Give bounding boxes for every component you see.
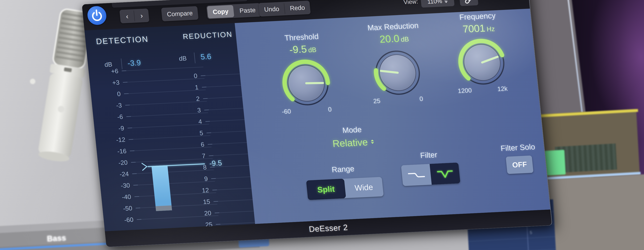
filter-solo-control: Filter Solo OFF xyxy=(490,142,548,175)
knob-value: -9.5dB xyxy=(272,42,333,56)
controls-panel: Threshold -9.5dB xyxy=(235,8,550,224)
mode-label: Mode xyxy=(324,124,380,136)
scale-tick-label: -40 xyxy=(108,193,132,202)
threshold-marker-value: -9.5 xyxy=(209,159,222,168)
frequency-knob: Frequency 7001Hz xyxy=(448,10,515,93)
undo-redo-group: Undo Redo xyxy=(258,0,311,16)
stepper-icon xyxy=(444,0,448,3)
range-control: Range SplitWide xyxy=(305,163,384,200)
scale-tick-label: -20 xyxy=(105,159,128,167)
scale-tick-line xyxy=(204,108,244,110)
knob[interactable] xyxy=(278,56,335,110)
scale-tick-line xyxy=(212,188,252,190)
scale-tick-label: -16 xyxy=(104,148,127,156)
range-option-split[interactable]: Split xyxy=(306,179,346,200)
max-reduction-knob: Max Reduction 20.0dB xyxy=(363,21,430,104)
shelf-filter-button[interactable] xyxy=(401,164,432,186)
range-option-wide[interactable]: Wide xyxy=(344,177,384,198)
scale-tick-label: -6 xyxy=(100,113,123,122)
knob-label: Threshold xyxy=(272,32,332,43)
compare-button[interactable]: Compare xyxy=(161,6,198,22)
scale-tick-label: -9 xyxy=(101,124,124,133)
scale-tick-label: -50 xyxy=(109,204,132,213)
view-zoom-selector[interactable]: 110% xyxy=(420,0,454,8)
mode-value: Relative xyxy=(332,136,368,149)
power-button[interactable] xyxy=(86,5,108,26)
scale-tick-line xyxy=(211,176,250,179)
scale-tick-line xyxy=(203,96,242,99)
knob-row: Threshold -9.5dB xyxy=(235,8,541,134)
peak-filter-button[interactable] xyxy=(430,162,460,185)
next-preset-button[interactable]: › xyxy=(134,8,149,23)
range-segmented-control: SplitWide xyxy=(306,177,384,200)
scale-tick-line xyxy=(202,85,241,88)
shelf-filter-icon xyxy=(406,169,426,181)
filter-label: Filter xyxy=(400,149,458,161)
scale-tick-label: -60 xyxy=(110,216,134,224)
knob-min-label: 1200 xyxy=(458,86,472,94)
knob-max-label: 0 xyxy=(419,95,423,102)
knob[interactable] xyxy=(454,35,511,90)
peak-filter-icon xyxy=(435,168,455,180)
track-name-label: Bass xyxy=(47,233,66,244)
scale-tick-label: -30 xyxy=(107,182,130,190)
scale-tick-label: 2 xyxy=(173,95,200,104)
view-label: View: xyxy=(403,0,418,6)
copy-paste-group: Copy Paste xyxy=(206,3,262,19)
marker-line xyxy=(148,163,205,167)
scale-tick-label: -12 xyxy=(102,136,126,144)
stepper-icon xyxy=(371,140,374,144)
scale-tick-label: 1 xyxy=(172,84,199,92)
paste-button[interactable]: Paste xyxy=(234,3,262,18)
reduction-value: 5.6 xyxy=(200,52,212,61)
scale-tick-label: 5 xyxy=(177,129,204,138)
redo-button[interactable]: Redo xyxy=(284,0,311,15)
scale-tick-line xyxy=(215,211,254,213)
knob-min-label: -60 xyxy=(282,108,291,115)
knob-value: 7001Hz xyxy=(448,21,509,36)
scale-tick-line xyxy=(208,142,247,144)
meters-panel: DETECTION REDUCTION dB -3.9 dB 5.6 +6 +3… xyxy=(84,23,255,232)
view-zoom-value: 110% xyxy=(427,0,442,5)
scale-tick-line xyxy=(214,199,253,202)
power-icon xyxy=(90,9,104,22)
preset-nav-group: ‹ › xyxy=(120,8,149,24)
plugin-title: DeEsser 2 xyxy=(308,222,348,234)
mode-dropdown[interactable]: Relative xyxy=(332,136,375,149)
link-button[interactable] xyxy=(459,0,478,6)
knob-label: Max Reduction xyxy=(363,21,423,32)
filter-solo-label: Filter Solo xyxy=(490,142,546,153)
scale-tick-label: 0 xyxy=(98,90,121,98)
detection-bar-peak-cap xyxy=(156,206,172,211)
knob-value: 20.0dB xyxy=(364,31,424,46)
range-label: Range xyxy=(305,163,381,176)
previous-preset-button[interactable]: ‹ xyxy=(120,9,135,24)
knob-label: Frequency xyxy=(448,10,508,22)
reduction-unit: dB xyxy=(178,54,187,62)
scale-tick-label: 0 xyxy=(171,72,198,81)
knob-max-label: 12k xyxy=(497,85,508,93)
copy-button[interactable]: Copy xyxy=(207,5,234,18)
undo-button[interactable]: Undo xyxy=(258,2,285,17)
scale-tick-line xyxy=(201,74,240,76)
reduction-title: REDUCTION xyxy=(182,30,233,41)
knob-max-label: 0 xyxy=(328,106,332,113)
scale-tick-label: 4 xyxy=(176,118,202,126)
deesser2-plugin-window: ‹ › Compare Copy Paste Undo Redo View: 1… xyxy=(82,0,552,247)
knob[interactable] xyxy=(369,46,426,100)
threshold-knob: Threshold -9.5dB xyxy=(272,32,339,114)
scale-tick-label: -3 xyxy=(99,102,122,110)
scale-tick-label: -24 xyxy=(106,170,129,178)
scale-tick-label: 20 xyxy=(185,210,212,218)
scale-tick-line xyxy=(209,154,248,156)
scale-tick-label: 6 xyxy=(178,141,205,149)
detection-title: DETECTION xyxy=(96,34,149,46)
knob-min-label: 25 xyxy=(373,97,380,105)
scale-tick-label: +6 xyxy=(95,68,118,76)
filter-control: Filter xyxy=(400,149,460,186)
filter-solo-off-button[interactable]: OFF xyxy=(506,156,534,174)
scale-tick-line xyxy=(205,119,244,122)
mode-control: Mode Relative xyxy=(324,124,382,150)
scale-tick-label: 3 xyxy=(174,106,201,115)
compare-group: Compare xyxy=(161,6,198,22)
